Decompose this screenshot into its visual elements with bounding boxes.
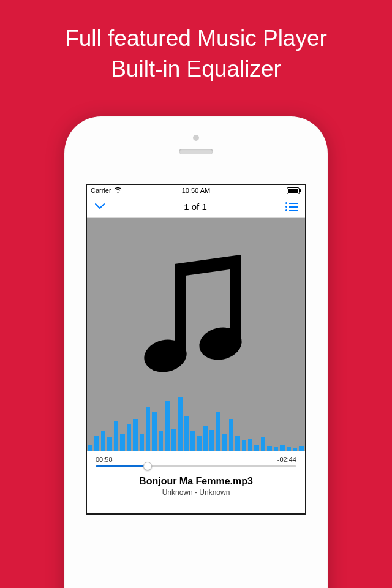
collapse-button[interactable] <box>94 202 105 213</box>
eq-bar <box>293 448 297 451</box>
album-art-area <box>87 218 305 451</box>
eq-bar <box>242 440 246 451</box>
track-title: Bonjour Ma Femme.mp3 <box>96 476 296 487</box>
time-elapsed: 00:58 <box>96 456 113 463</box>
track-subtitle: Unknown - Unknown <box>96 488 296 497</box>
eq-bar <box>172 429 176 451</box>
svg-rect-1 <box>288 189 298 193</box>
eq-bar <box>107 437 111 451</box>
carrier-label: Carrier <box>91 187 111 194</box>
eq-bar <box>190 431 195 451</box>
time-remaining: -02:44 <box>277 456 296 463</box>
eq-bar <box>222 434 227 451</box>
eq-bar <box>274 447 278 451</box>
headline-line1: Full featured Music Player <box>65 26 327 51</box>
playback-meta: 00:58 -02:44 Bonjour Ma Femme.mp3 Unknow… <box>87 451 305 497</box>
eq-bar <box>299 446 303 451</box>
eq-bar <box>159 431 163 451</box>
eq-bar <box>94 436 99 451</box>
eq-bar <box>101 431 105 451</box>
phone-frame: Carrier 10:50 AM 1 of 1 <box>64 116 328 588</box>
eq-bar <box>261 437 265 451</box>
progress-thumb[interactable] <box>143 462 152 470</box>
eq-bar <box>152 412 156 451</box>
progress-slider[interactable] <box>96 465 296 467</box>
eq-bar <box>184 417 189 451</box>
equalizer-bars <box>87 390 305 451</box>
eq-bar <box>120 434 124 451</box>
eq-bar <box>235 436 239 451</box>
playlist-button[interactable] <box>285 202 298 211</box>
eq-bar <box>248 439 252 451</box>
eq-bar <box>267 446 271 451</box>
phone-screen: Carrier 10:50 AM 1 of 1 <box>86 184 306 514</box>
eq-bar <box>254 445 258 451</box>
eq-bar <box>229 419 233 451</box>
eq-bar <box>127 424 131 451</box>
eq-bar <box>216 412 221 451</box>
eq-bar <box>209 430 214 451</box>
eq-bar <box>178 397 182 451</box>
phone-camera-dot <box>193 135 199 141</box>
eq-bar <box>203 426 208 451</box>
svg-rect-2 <box>300 189 301 192</box>
battery-icon <box>287 187 301 194</box>
headline-line2: Built-in Equalizer <box>111 56 281 81</box>
eq-bar <box>88 445 92 451</box>
eq-bar <box>165 401 169 451</box>
eq-bar <box>280 445 284 451</box>
wifi-icon <box>114 187 122 194</box>
status-bar: Carrier 10:50 AM <box>87 185 305 196</box>
eq-bar <box>146 407 150 451</box>
chevron-down-icon <box>94 202 105 210</box>
promo-headline: Full featured Music Player Built-in Equa… <box>0 0 392 85</box>
nav-bar: 1 of 1 <box>87 196 305 218</box>
music-note-icon <box>138 255 254 386</box>
eq-bar <box>114 421 118 451</box>
nav-title: 1 of 1 <box>184 202 207 212</box>
progress-fill <box>96 465 148 467</box>
eq-bar <box>140 434 144 451</box>
eq-bar <box>197 436 201 451</box>
eq-bar <box>287 447 291 451</box>
phone-speaker <box>179 149 213 154</box>
eq-bar <box>133 419 137 451</box>
